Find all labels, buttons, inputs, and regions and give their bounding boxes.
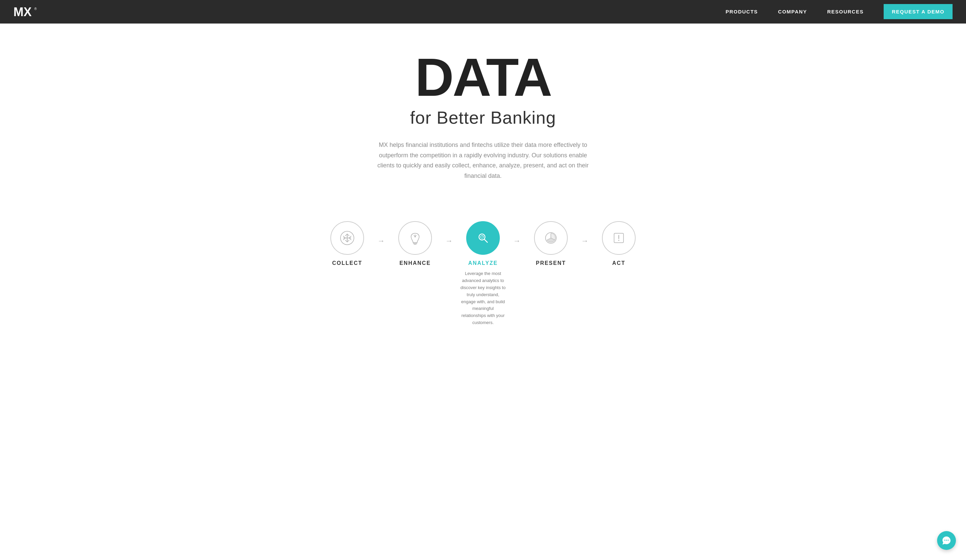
nav-item-products[interactable]: PRODUCTS [726,9,758,15]
analyze-icon-circle [466,221,500,255]
collect-icon-circle [330,221,364,255]
svg-text:MX: MX [13,5,31,18]
svg-line-13 [416,235,416,236]
pipeline-step-collect[interactable]: COLLECT [320,221,374,266]
logo[interactable]: MX ® [13,5,37,18]
present-icon-circle [534,221,568,255]
hero-description: MX helps financial institutions and fint… [372,140,594,181]
collect-icon [340,231,355,245]
navbar: MX ® PRODUCTS COMPANY RESOURCES REQUEST … [0,0,966,23]
nav-cta[interactable]: REQUEST A DEMO [884,9,953,15]
act-icon-circle [602,221,636,255]
nav-item-company[interactable]: COMPANY [778,9,807,15]
svg-point-10 [414,236,416,237]
svg-line-15 [485,239,487,242]
arrow-4: → [581,221,588,245]
pipeline-step-analyze[interactable]: ANALYZE Leverage the most advanced analy… [456,221,510,326]
nav-item-resources[interactable]: RESOURCES [827,9,864,15]
pipeline-step-act[interactable]: ACT [592,221,646,266]
enhance-icon-circle [398,221,432,255]
present-label: PRESENT [536,260,566,266]
arrow-2: → [445,221,453,245]
pipeline-step-enhance[interactable]: ENHANCE [388,221,442,266]
arrow-1: → [378,221,385,245]
nav-links: PRODUCTS COMPANY RESOURCES REQUEST A DEM… [726,9,953,15]
hero-sub-text: for Better Banking [355,108,611,128]
hero-big-text: DATA [355,51,611,104]
enhance-label: ENHANCE [399,260,430,266]
act-label: ACT [613,260,626,266]
svg-line-12 [414,235,414,236]
svg-point-21 [618,240,619,241]
hero-section: DATA for Better Banking MX helps financi… [348,23,618,201]
enhance-icon [408,231,422,245]
analyze-label: ANALYZE [468,260,498,266]
pipeline-section: COLLECT → ENHANCE → [0,201,966,353]
analyze-description: Leverage the most advanced analytics to … [460,270,506,326]
act-icon [611,231,626,245]
pipeline-step-present[interactable]: PRESENT [524,221,578,266]
arrow-3: → [513,221,521,245]
analyze-icon [476,231,490,245]
collect-label: COLLECT [332,260,362,266]
svg-point-17 [483,236,484,236]
present-icon [544,231,558,245]
